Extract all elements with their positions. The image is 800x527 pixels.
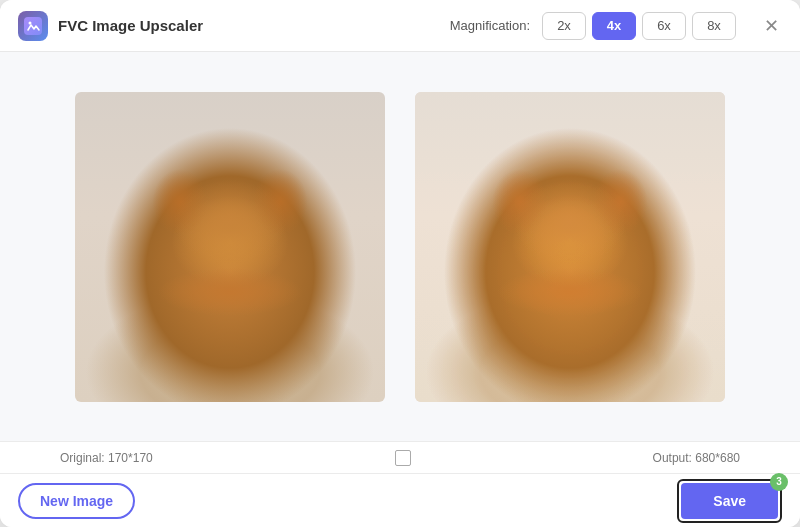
svg-rect-0 xyxy=(24,17,42,35)
new-image-button[interactable]: New Image xyxy=(18,483,135,519)
mag-6x-button[interactable]: 6x xyxy=(642,12,686,40)
magnification-label: Magnification: xyxy=(450,18,530,33)
right-actions: 3 Save xyxy=(677,479,782,523)
bottom-bar: New Image 3 Save xyxy=(0,473,800,527)
original-image-panel xyxy=(75,92,385,402)
output-image xyxy=(415,92,725,402)
svg-point-1 xyxy=(29,21,32,24)
output-info: Output: 680*680 xyxy=(653,451,740,465)
mag-8x-button[interactable]: 8x xyxy=(692,12,736,40)
app-window: FVC Image Upscaler Magnification: 2x 4x … xyxy=(0,0,800,527)
compare-icon[interactable] xyxy=(395,450,411,466)
original-info: Original: 170*170 xyxy=(60,451,153,465)
original-image xyxy=(75,92,385,402)
mag-2x-button[interactable]: 2x xyxy=(542,12,586,40)
magnification-controls: 2x 4x 6x 8x xyxy=(542,12,736,40)
status-bar: Original: 170*170 Output: 680*680 xyxy=(0,441,800,473)
save-wrapper: 3 Save xyxy=(677,479,782,523)
main-area xyxy=(0,52,800,441)
app-logo xyxy=(18,11,48,41)
save-button[interactable]: Save xyxy=(681,483,778,519)
output-image-panel xyxy=(415,92,725,402)
mag-4x-button[interactable]: 4x xyxy=(592,12,636,40)
title-bar: FVC Image Upscaler Magnification: 2x 4x … xyxy=(0,0,800,52)
close-button[interactable]: ✕ xyxy=(760,15,782,37)
notification-badge: 3 xyxy=(770,473,788,491)
app-title: FVC Image Upscaler xyxy=(58,17,203,34)
